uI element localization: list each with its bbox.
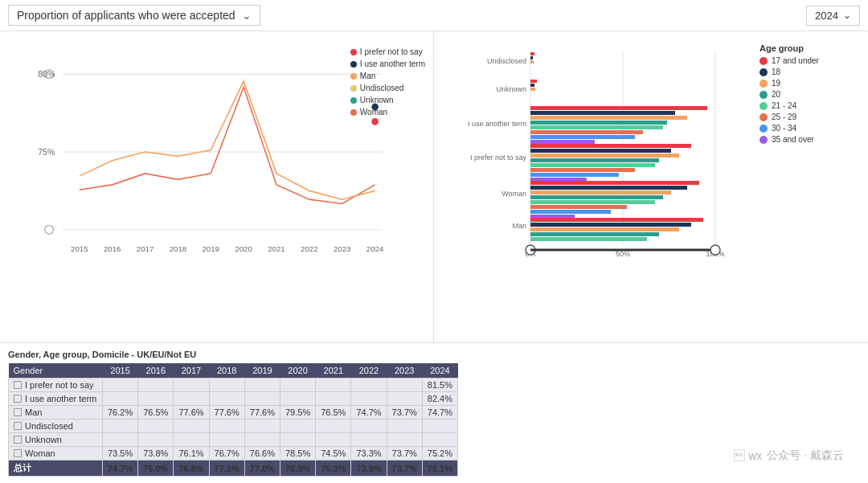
svg-rect-44 [530, 140, 595, 144]
svg-text:I prefer not to say: I prefer not to say [470, 153, 527, 162]
svg-rect-37 [530, 106, 707, 110]
row-label-unknown: Unknown [9, 433, 103, 447]
svg-rect-63 [530, 227, 679, 231]
svg-text:2021: 2021 [268, 244, 285, 253]
table-header-row: Gender 2015 2016 2017 2018 2019 2020 202… [9, 363, 458, 379]
table-total-row: 总计 74.7%75.0%76.8%77.1% 77.0%78.9%75.3%7… [9, 460, 458, 477]
svg-text:Woman: Woman [502, 190, 526, 198]
row-icon [14, 436, 22, 444]
svg-rect-33 [530, 60, 534, 63]
legend-item-woman: Woman [350, 108, 425, 117]
man-label: Man [360, 72, 375, 80]
legend-item-unknown: Unknown [350, 96, 425, 104]
svg-rect-45 [530, 144, 691, 148]
30-34-label: 30 - 34 [772, 124, 796, 133]
18-dot [760, 68, 768, 76]
legend-21-24: 21 - 24 [760, 101, 856, 110]
20-dot [760, 91, 768, 99]
legend-30-34: 30 - 34 [760, 124, 856, 133]
svg-rect-58 [530, 205, 627, 209]
unknown-label: Unknown [360, 96, 394, 104]
legend-20: 20 [760, 90, 856, 99]
bar-chart-inner: Undisclosed Unknown I use another term I… [442, 39, 860, 302]
svg-rect-48 [530, 158, 659, 162]
row-label-woman: Woman [9, 447, 103, 460]
svg-text:2023: 2023 [334, 244, 351, 253]
svg-text:2016: 2016 [104, 244, 121, 253]
legend-18: 18 [760, 68, 856, 76]
svg-rect-57 [530, 200, 655, 204]
svg-rect-54 [530, 186, 687, 190]
line-chart-legend: I prefer not to say I use another term M… [350, 47, 425, 120]
data-table: Gender 2015 2016 2017 2018 2019 2020 202… [8, 363, 458, 477]
svg-text:2020: 2020 [235, 244, 252, 253]
col-2024: 2024 [422, 363, 457, 379]
legend-19: 19 [760, 79, 856, 88]
svg-rect-31 [530, 52, 534, 55]
row-icon [14, 422, 22, 430]
svg-text:2019: 2019 [202, 244, 219, 253]
unknown-dot [350, 97, 357, 104]
col-2020: 2020 [280, 363, 315, 379]
svg-text:75%: 75% [38, 147, 55, 157]
svg-rect-43 [530, 135, 635, 139]
col-2018: 2018 [209, 363, 244, 379]
svg-point-68 [710, 245, 720, 255]
19-label: 19 [772, 79, 780, 88]
svg-rect-40 [530, 121, 667, 125]
svg-rect-56 [530, 195, 663, 199]
svg-rect-46 [530, 149, 671, 153]
legend-25-29: 25 - 29 [760, 113, 856, 121]
svg-text:2024: 2024 [366, 244, 384, 253]
chart-title: Proportion of applicants who were accept… [17, 9, 235, 22]
svg-text:2015: 2015 [71, 244, 88, 253]
legend-item-man: Man [350, 72, 425, 80]
svg-rect-62 [530, 223, 691, 227]
title-dropdown[interactable]: Proportion of applicants who were accept… [8, 5, 260, 26]
undisclosed-label: Undisclosed [360, 84, 403, 92]
chevron-down-icon: ⌄ [242, 9, 252, 22]
col-2021: 2021 [316, 363, 351, 379]
year-selector[interactable]: 2024 ⌄ [806, 6, 860, 26]
svg-rect-59 [530, 210, 611, 214]
20-label: 20 [772, 90, 780, 99]
35-over-label: 35 and over [772, 135, 814, 144]
header: Proportion of applicants who were accept… [0, 0, 868, 31]
svg-text:2018: 2018 [170, 244, 187, 253]
table-row: Man 76.2%76.5%77.6%77.6% 77.6%79.5%76.5%… [9, 406, 458, 420]
row-icon [14, 395, 22, 403]
19-dot [760, 80, 768, 88]
svg-rect-47 [530, 153, 679, 158]
col-2017: 2017 [174, 363, 209, 379]
table-row: I prefer not to say 81.5% [9, 379, 458, 392]
col-2016: 2016 [138, 363, 174, 379]
bar-chart-svg: Undisclosed Unknown I use another term I… [442, 39, 755, 264]
svg-rect-34 [530, 80, 537, 83]
svg-rect-64 [530, 232, 659, 236]
svg-rect-39 [530, 116, 687, 120]
another-term-label: I use another term [360, 59, 425, 68]
svg-rect-35 [530, 84, 534, 87]
year-chevron-icon: ⌄ [843, 10, 851, 21]
svg-text:Undisclosed: Undisclosed [487, 57, 526, 65]
charts-area: 80% 75% 2015 2016 2017 2018 2019 2020 20… [0, 31, 868, 343]
col-2019: 2019 [244, 363, 280, 379]
table-row: Woman 73.5%73.8%76.1%76.7% 76.6%78.5%74.… [9, 447, 458, 460]
17-under-dot [760, 57, 768, 65]
35-over-dot [760, 136, 768, 144]
row-icon [14, 408, 22, 416]
table-row: I use another term 82.4% [9, 392, 458, 406]
row-label-prefer: I prefer not to say [9, 379, 103, 392]
svg-rect-61 [530, 218, 703, 222]
legend-item-another-term: I use another term [350, 59, 425, 68]
25-29-label: 25 - 29 [772, 113, 796, 121]
watermark:  wx 公众号 · 戴森云 [734, 448, 844, 463]
year-value: 2024 [815, 10, 838, 22]
21-24-label: 21 - 24 [772, 101, 796, 110]
legend-item-prefer: I prefer not to say [350, 47, 425, 56]
man-dot [350, 73, 357, 80]
18-label: 18 [772, 68, 780, 76]
svg-point-16 [45, 225, 54, 234]
woman-label: Woman [360, 108, 387, 117]
bar-chart-legend: Age group 17 and under 18 19 [755, 39, 860, 302]
